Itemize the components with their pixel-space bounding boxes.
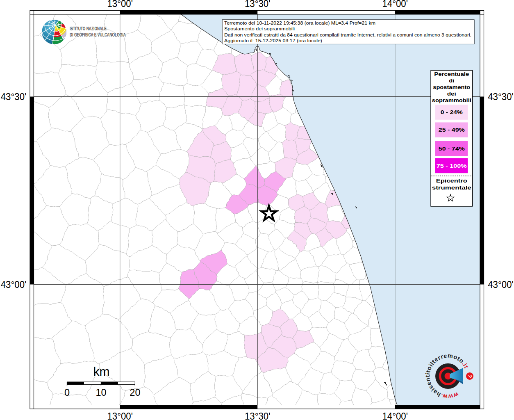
svg-text:dei: dei bbox=[447, 91, 456, 97]
svg-text:0 - 24%: 0 - 24% bbox=[441, 109, 463, 115]
svg-text:20: 20 bbox=[130, 387, 140, 398]
svg-text:Epicentro: Epicentro bbox=[436, 178, 467, 184]
svg-text:50 - 74%: 50 - 74% bbox=[439, 146, 465, 152]
svg-text:DI GEOFISICA E VULCANOLOGIA: DI GEOFISICA E VULCANOLOGIA bbox=[70, 32, 126, 38]
svg-text:di: di bbox=[449, 78, 454, 84]
svg-text:43°30': 43°30' bbox=[488, 91, 514, 102]
svg-text:14°00': 14°00' bbox=[382, 411, 408, 420]
svg-text:13°00': 13°00' bbox=[107, 411, 133, 420]
svg-text:Aggiornato il: 15-12-2025 03:1: Aggiornato il: 15-12-2025 03:17 (ora loc… bbox=[224, 38, 322, 43]
svg-text:spostamento: spostamento bbox=[433, 84, 470, 90]
svg-text:Percentuale: Percentuale bbox=[434, 71, 469, 77]
svg-text:14°00': 14°00' bbox=[382, 0, 408, 9]
svg-text:43°00': 43°00' bbox=[488, 279, 514, 290]
svg-text:75 - 100%: 75 - 100% bbox=[437, 163, 467, 169]
svg-text:43°30': 43°30' bbox=[1, 91, 27, 102]
svg-text:13°00': 13°00' bbox=[107, 0, 133, 9]
svg-text:Terremoto del 10-11-2022 19:45: Terremoto del 10-11-2022 19:45:38 (ora l… bbox=[224, 20, 375, 25]
svg-text:soprammobili: soprammobili bbox=[432, 97, 471, 103]
svg-text:13°30': 13°30' bbox=[245, 411, 271, 420]
svg-text:43°00': 43°00' bbox=[1, 279, 27, 290]
svg-text:km: km bbox=[93, 365, 110, 378]
svg-text:Spostamento dei soprammobili: Spostamento dei soprammobili bbox=[224, 26, 295, 31]
svg-text:0: 0 bbox=[64, 387, 70, 398]
svg-text:ISTITUTO NAZIONALE: ISTITUTO NAZIONALE bbox=[70, 25, 107, 32]
svg-text:25 - 49%: 25 - 49% bbox=[439, 127, 465, 133]
svg-text:Dati non verificati estratti d: Dati non verificati estratti da 84 quest… bbox=[224, 32, 471, 37]
svg-text:13°30': 13°30' bbox=[245, 0, 271, 9]
svg-text:10: 10 bbox=[96, 387, 106, 398]
svg-text:strumentale: strumentale bbox=[432, 185, 471, 191]
